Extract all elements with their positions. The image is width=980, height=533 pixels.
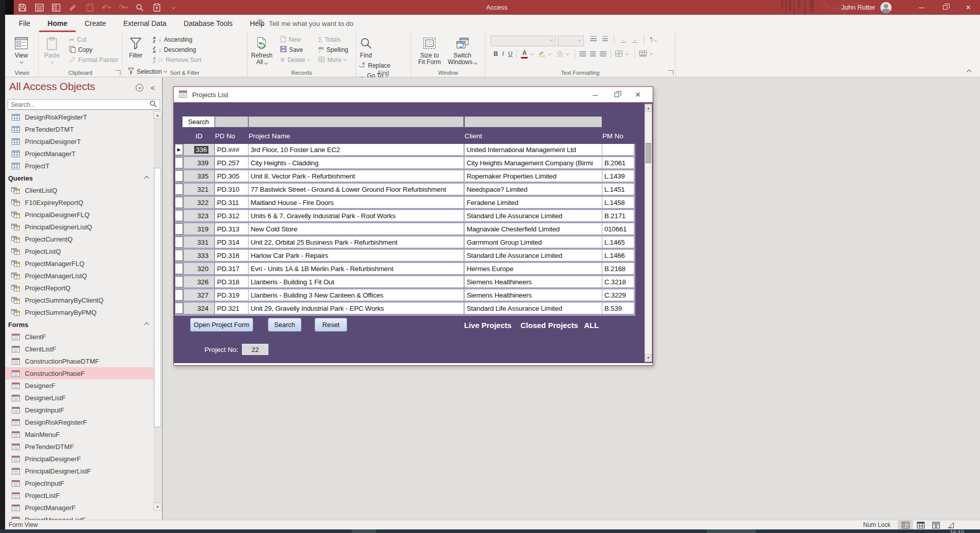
nav-group-forms[interactable]: Forms: [5, 318, 154, 331]
refresh-all-button[interactable]: Refresh All: [248, 33, 276, 66]
nav-item-DesignerF[interactable]: DesignerF: [5, 379, 154, 392]
cell[interactable]: Garmmont Group Limited: [465, 236, 602, 248]
nav-item-ProjectInputF[interactable]: ProjectInputF: [5, 477, 154, 489]
cell[interactable]: PD.312: [215, 210, 248, 221]
shutter-close-icon[interactable]: <: [150, 83, 155, 92]
align-right-icon[interactable]: [600, 51, 606, 56]
restore-button[interactable]: [933, 0, 957, 15]
nav-item-ConstructionPhaseF[interactable]: ConstructionPhaseF: [5, 367, 154, 379]
cell[interactable]: Unit 22, Orbital 25 Business Park - Refu…: [249, 236, 464, 248]
remove-sort-button[interactable]: AZ⤬Remove Sort: [151, 55, 203, 65]
increase-indent-icon[interactable]: →: [632, 37, 637, 44]
nav-item-ProjectListQ[interactable]: ProjectListQ: [5, 245, 154, 257]
font-size-combobox[interactable]: [558, 36, 584, 46]
scroll-down-icon[interactable]: ▼: [645, 354, 652, 362]
delete-record-button[interactable]: ✕Delete: [278, 55, 313, 65]
account-area[interactable]: John Rutter: [841, 0, 892, 15]
nav-item-ProjectManagerListQ[interactable]: ProjectManagerListQ: [5, 270, 154, 282]
clipboard-export-icon[interactable]: [152, 3, 161, 12]
taskbar-item[interactable]: [707, 529, 756, 533]
underline-button[interactable]: U: [508, 50, 513, 57]
size-to-fit-form-button[interactable]: Size to Fit Form: [414, 33, 445, 66]
nav-item-ProjectManagerF[interactable]: ProjectManagerF: [5, 501, 154, 514]
cell[interactable]: 335: [184, 170, 214, 182]
nav-group-queries[interactable]: Queries: [5, 172, 154, 184]
cell[interactable]: PD.317: [215, 263, 248, 274]
cell[interactable]: 010661: [602, 223, 634, 234]
cell[interactable]: Magnavale Chesterfield Limited: [465, 223, 602, 234]
record-selector[interactable]: [175, 210, 183, 221]
cell[interactable]: PD.311: [215, 197, 248, 208]
cell[interactable]: Llanberis - Building 3 New Canteen & Off…: [249, 289, 464, 301]
nav-item-F10ExpireyReportQ[interactable]: F10ExpireyReportQ: [5, 196, 154, 209]
form-scrollbar-thumb[interactable]: [646, 143, 651, 163]
cell[interactable]: L.1451: [602, 184, 634, 195]
nav-item-PrincipalDesignerListQ[interactable]: PrincipalDesignerListQ: [5, 221, 154, 233]
align-left-icon[interactable]: [579, 51, 586, 56]
cell[interactable]: B.2171: [602, 210, 634, 221]
cell[interactable]: Siemens Healthineers: [465, 276, 602, 287]
text-formatting-dialog-launcher-icon[interactable]: [668, 70, 673, 75]
numbered-list-icon[interactable]: [602, 36, 608, 41]
search-field-client[interactable]: [465, 116, 602, 127]
nav-item-DesignRiskRegisterT[interactable]: DesignRiskRegisterT: [5, 111, 154, 123]
nav-item-ClientListF[interactable]: ClientListF: [5, 343, 154, 355]
paste-button[interactable]: Paste: [39, 33, 65, 63]
cell[interactable]: Standard Life Assurance Limited: [465, 303, 602, 314]
collapse-group-icon[interactable]: [144, 322, 149, 327]
cell[interactable]: Siemens Healthineers: [465, 289, 602, 301]
nav-item-PrincipalDesignerT[interactable]: PrincipalDesignerT: [5, 135, 154, 147]
nav-item-MainMenuF[interactable]: MainMenuF: [5, 428, 154, 440]
cell[interactable]: Feradene Limited: [465, 197, 602, 208]
record-selector[interactable]: ▶: [175, 144, 183, 155]
cell[interactable]: Unit 29, Gravelly Industrial Park - EPC …: [249, 303, 464, 314]
cell[interactable]: [602, 144, 634, 155]
descending-button[interactable]: ZA↓Descending: [151, 45, 203, 55]
cell[interactable]: B.2168: [602, 263, 634, 274]
alternate-row-color-icon[interactable]: [639, 50, 647, 57]
cell[interactable]: City Heights Management Company (Birmi: [465, 157, 602, 168]
record-selector[interactable]: [175, 184, 183, 195]
datasheet-view-icon[interactable]: [35, 3, 44, 12]
cell[interactable]: Hermes Europe: [465, 263, 602, 274]
nav-item-ClientListQ[interactable]: ClientListQ: [5, 184, 154, 196]
cell[interactable]: Standard Life Assurance Limited: [465, 250, 602, 261]
cell[interactable]: Ropemaker Properties Limited: [465, 170, 602, 182]
filter-button[interactable]: Filter: [122, 33, 149, 59]
cell[interactable]: B.539: [602, 303, 634, 314]
link-live-projects[interactable]: Live Projects: [464, 321, 511, 330]
cell[interactable]: 327: [184, 289, 214, 301]
nav-item-PrincipalDesignerFLQ[interactable]: PrincipalDesignerFLQ: [5, 209, 154, 221]
cell[interactable]: L.1439: [602, 170, 634, 182]
font-color-button[interactable]: A: [521, 49, 528, 58]
switch-windows-button[interactable]: Switch Windows: [447, 33, 478, 66]
tab-file[interactable]: File: [10, 15, 39, 32]
record-selector[interactable]: [175, 157, 183, 168]
collapse-ribbon-icon[interactable]: [967, 70, 972, 75]
window-titlebar[interactable]: Projects List ─ ×: [174, 87, 653, 103]
nav-item-PrincipalDesignerF[interactable]: PrincipalDesignerF: [5, 453, 154, 465]
window-close-button[interactable]: ×: [627, 87, 649, 103]
record-selector[interactable]: [175, 303, 183, 314]
scroll-up-icon[interactable]: ▲: [154, 111, 162, 119]
cell[interactable]: 331: [184, 236, 214, 248]
cell[interactable]: Harlow Car Park - Repairs: [249, 250, 464, 261]
taskbar-item[interactable]: [352, 529, 376, 533]
cell[interactable]: PD.316: [215, 250, 248, 261]
nav-item-ProjectSummaryByPMQ[interactable]: ProjectSummaryByPMQ: [5, 306, 154, 318]
cell[interactable]: 322: [184, 197, 214, 208]
cell[interactable]: Needspace? Limited: [465, 184, 602, 195]
record-selector[interactable]: [175, 250, 183, 261]
record-selector[interactable]: [175, 289, 183, 301]
cell[interactable]: Units 6 & 7, Gravelly Industrial Park - …: [249, 210, 464, 221]
nav-item-ProjectManagerFLQ[interactable]: ProjectManagerFLQ: [5, 257, 154, 270]
cell[interactable]: PD.318: [215, 276, 248, 287]
bulleted-list-icon[interactable]: [590, 36, 597, 41]
fill-color-button[interactable]: [556, 50, 563, 57]
taskbar[interactable]: 16:10: [0, 529, 980, 533]
open-project-form-button[interactable]: Open Project Form: [190, 318, 253, 332]
nav-item-ProjectManagerListF[interactable]: ProjectManagerListF: [5, 514, 154, 520]
cell[interactable]: 323: [184, 210, 214, 221]
save-record-button[interactable]: Save: [278, 45, 313, 55]
spelling-button[interactable]: abc✓Spelling: [316, 45, 350, 55]
